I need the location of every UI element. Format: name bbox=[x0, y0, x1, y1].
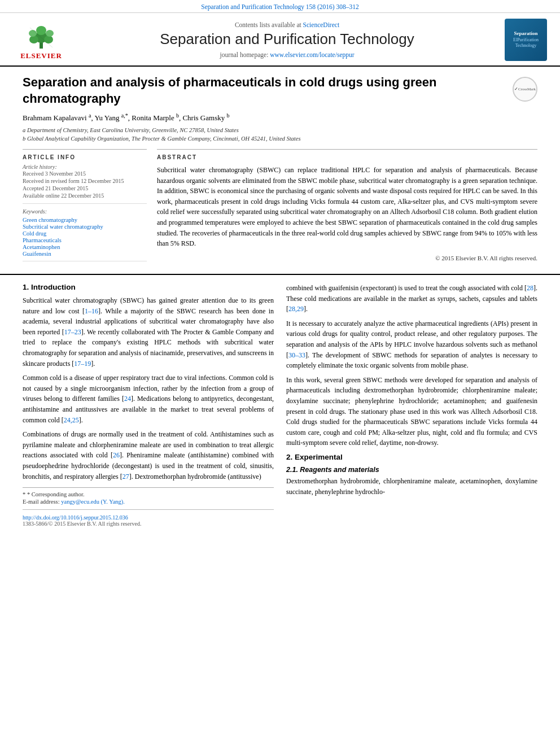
keyword-6: Guaifenesin bbox=[23, 251, 147, 257]
right-column: combined with guaifenisin (expectorant) … bbox=[286, 283, 537, 527]
homepage-link[interactable]: www.elsevier.com/locate/seppur bbox=[270, 51, 354, 58]
journal-homepage: journal homepage: www.elsevier.com/locat… bbox=[72, 51, 502, 58]
keyword-4: Pharmaceuticals bbox=[23, 237, 147, 243]
keyword-3: Cold drug bbox=[23, 230, 147, 237]
journal-name: Separation and Purification Technology bbox=[72, 30, 502, 48]
section1-heading: 1. Introduction bbox=[23, 283, 274, 291]
sciencedirect-link[interactable]: ScienceDirect bbox=[303, 21, 340, 28]
keyword-1: Green chromatography bbox=[23, 217, 147, 223]
journal-citation: Separation and Purification Technology 1… bbox=[0, 0, 560, 13]
crossmark-badge[interactable]: ✓ CrossMark bbox=[513, 77, 537, 102]
corresponding-author-note: * * Corresponding author. bbox=[23, 491, 274, 497]
svg-point-3 bbox=[44, 36, 53, 43]
affiliations: a Department of Chemistry, East Carolina… bbox=[23, 126, 537, 144]
article-info-panel: ARTICLE INFO Article history: Received 3… bbox=[23, 149, 147, 266]
paper-body: 1. Introduction Subcritical water chroma… bbox=[0, 275, 560, 535]
right-para1: combined with guaifenisin (expectorant) … bbox=[286, 283, 537, 314]
email-line: E-mail address: yangy@ecu.edu (Y. Yang). bbox=[23, 499, 274, 505]
history-block: Article history: Received 3 November 201… bbox=[23, 164, 147, 204]
left-column: 1. Introduction Subcritical water chroma… bbox=[23, 283, 274, 527]
article-title: Separation and analysis of pharmaceutica… bbox=[23, 75, 505, 107]
online-date: Available online 22 December 2015 bbox=[23, 193, 147, 199]
revised-date: Received in revised form 12 December 201… bbox=[23, 178, 147, 184]
doi-line[interactable]: http://dx.doi.org/10.1016/j.seppur.2015.… bbox=[23, 514, 274, 521]
copyright-line: © 2015 Elsevier B.V. All rights reserved… bbox=[157, 255, 537, 261]
journal-badge: Separation ElPurification Technology bbox=[505, 19, 547, 61]
section2-heading: 2. Experimental bbox=[286, 453, 537, 461]
journal-header: ELSEVIER Contents lists available at Sci… bbox=[0, 13, 560, 67]
keywords-label: Keywords: bbox=[23, 208, 147, 215]
article-info-heading: ARTICLE INFO bbox=[23, 154, 147, 160]
right-para3: In this work, several green SBWC methods… bbox=[286, 375, 537, 448]
issn-line: 1383-5866/© 2015 Elsevier B.V. All right… bbox=[23, 521, 274, 527]
svg-point-2 bbox=[29, 36, 38, 43]
elsevier-logo-area: ELSEVIER bbox=[10, 19, 72, 60]
keywords-block: Keywords: Green chromatography Subcritic… bbox=[23, 208, 147, 261]
two-column-layout: 1. Introduction Subcritical water chroma… bbox=[23, 283, 537, 527]
svg-point-4 bbox=[36, 26, 46, 35]
abstract-heading: ABSTRACT bbox=[157, 154, 537, 160]
keyword-2: Subcritical water chromatography bbox=[23, 224, 147, 230]
accepted-date: Accepted 21 December 2015 bbox=[23, 185, 147, 191]
elsevier-logo: ELSEVIER bbox=[20, 19, 62, 60]
journal-badge-area: Separation ElPurification Technology bbox=[502, 19, 550, 61]
article-header: Separation and analysis of pharmaceutica… bbox=[0, 67, 560, 275]
section2-1-heading: 2.1. Reagents and materials bbox=[286, 466, 537, 474]
right-para2: It is necessary to accurately analyze th… bbox=[286, 318, 537, 371]
footnote-area: * * Corresponding author. E-mail address… bbox=[23, 487, 274, 527]
journal-title-area: Contents lists available at ScienceDirec… bbox=[72, 21, 502, 58]
intro-para2: Common cold is a disease of upper respir… bbox=[23, 373, 274, 425]
contents-line: Contents lists available at ScienceDirec… bbox=[72, 21, 502, 28]
reagents-para1: Dextromethorphan hydrobromide, chlorphen… bbox=[286, 476, 537, 497]
article-info-abstract: ARTICLE INFO Article history: Received 3… bbox=[23, 149, 537, 266]
svg-point-5 bbox=[29, 30, 37, 37]
abstract-text: Subcritical water chromatography (SBWC) … bbox=[157, 165, 537, 249]
elsevier-tree-icon bbox=[21, 19, 61, 50]
intro-para3: Combinations of drugs are normally used … bbox=[23, 429, 274, 482]
svg-point-6 bbox=[46, 30, 54, 37]
email-link[interactable]: yangy@ecu.edu (Y. Yang). bbox=[61, 499, 125, 505]
history-label: Article history: bbox=[23, 164, 147, 170]
intro-para1: Subcritical water chromatography (SBWC) … bbox=[23, 295, 274, 369]
elsevier-wordmark: ELSEVIER bbox=[20, 51, 62, 60]
received-date: Received 3 November 2015 bbox=[23, 171, 147, 177]
keyword-5: Acetaminophen bbox=[23, 244, 147, 250]
abstract-panel: ABSTRACT Subcritical water chromatograph… bbox=[157, 149, 537, 266]
author-list: Brahmam Kapalavavi a, Yu Yang a,*, Ronit… bbox=[23, 112, 537, 123]
